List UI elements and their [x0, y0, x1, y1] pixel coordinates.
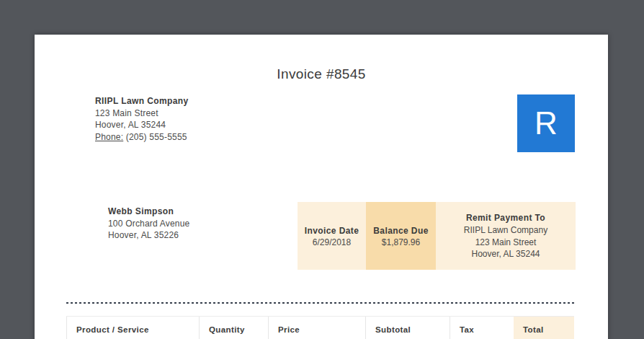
remit-line: Hoover, AL 35244	[472, 248, 540, 260]
customer-address-line2: Hoover, AL 35226	[108, 229, 189, 242]
company-phone: Phone: (205) 555-5555	[95, 131, 189, 144]
phone-label: Phone:	[95, 132, 123, 142]
remit-payment-label: Remit Payment To	[466, 211, 545, 224]
column-header-total: Total	[514, 317, 574, 339]
column-header-price: Price	[269, 317, 366, 339]
invoice-date-label: Invoice Date	[305, 224, 359, 237]
items-table-header: Product / Service Quantity Price Subtota…	[66, 316, 574, 339]
balance-due-label: Balance Due	[373, 224, 428, 237]
dashed-divider	[66, 302, 574, 304]
column-header-product-service: Product / Service	[66, 317, 200, 339]
column-header-quantity: Quantity	[200, 317, 269, 339]
phone-number: (205) 555-5555	[126, 132, 187, 142]
remit-line: 123 Main Street	[475, 237, 537, 249]
column-header-subtotal: Subtotal	[366, 317, 450, 339]
company-name: RIIPL Lawn Company	[95, 95, 189, 107]
balance-due-value: $1,879.96	[382, 237, 420, 247]
customer-address-line1: 100 Orchard Avenue	[108, 218, 189, 230]
invoice-date-box: Invoice Date 6/29/2018	[298, 202, 366, 270]
company-address-block: RIIPL Lawn Company 123 Main Street Hoove…	[95, 95, 189, 143]
column-header-tax: Tax	[450, 317, 514, 339]
company-address-line1: 123 Main Street	[95, 107, 189, 120]
customer-name: Webb Simpson	[108, 206, 189, 218]
company-address-line2: Hoover, AL 35244	[95, 119, 189, 131]
invoice-page: Invoice #8545 RIIPL Lawn Company 123 Mai…	[35, 35, 608, 339]
logo-letter: R	[535, 105, 558, 141]
balance-due-box: Balance Due $1,879.96	[366, 202, 436, 270]
invoice-title: Invoice #8545	[35, 66, 608, 82]
invoice-summary-strip: Invoice Date 6/29/2018 Balance Due $1,87…	[298, 202, 576, 270]
customer-address-block: Webb Simpson 100 Orchard Avenue Hoover, …	[108, 206, 189, 242]
invoice-date-value: 6/29/2018	[313, 237, 351, 247]
company-logo: R	[517, 94, 575, 152]
remit-line: RIIPL Lawn Company	[464, 224, 547, 237]
remit-payment-box: Remit Payment To RIIPL Lawn Company 123 …	[436, 202, 576, 270]
